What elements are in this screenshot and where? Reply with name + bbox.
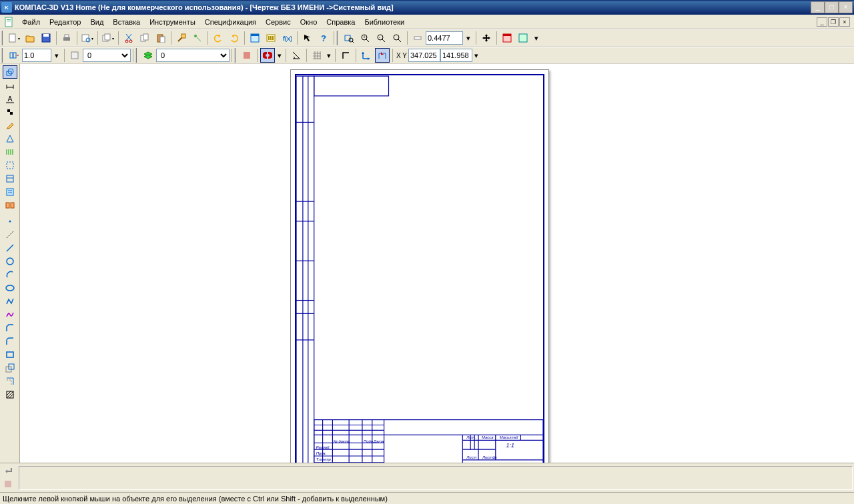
menu-edit[interactable]: Редактор [45,17,85,27]
close-button[interactable]: × [839,1,853,13]
toggle-snap-button[interactable] [260,48,275,63]
aux-line-button[interactable] [3,228,17,241]
print-button[interactable] [59,31,74,45]
copy-button[interactable] [137,31,152,45]
view-dropdown[interactable]: ▾ [532,31,541,45]
menu-view[interactable]: Вид [85,17,108,27]
layer-button[interactable] [141,48,155,63]
zoom-value-input[interactable] [426,31,463,45]
zoom-marker-button[interactable] [410,31,425,45]
views-mode-button[interactable] [3,199,17,212]
dimensions-mode-button[interactable] [3,79,17,92]
angle-button[interactable] [289,48,304,63]
menu-file[interactable]: Файл [17,17,45,27]
prop-stop-button[interactable] [1,478,15,490]
equidist-button[interactable] [3,375,17,388]
ellipse-button[interactable] [3,281,17,295]
lib-button[interactable] [264,31,278,45]
polyline-button[interactable] [3,295,17,308]
mdi-close-button[interactable]: × [839,17,850,27]
zoom-dropdown[interactable]: ▾ [464,31,473,45]
arc-button[interactable] [3,268,17,281]
paste-button[interactable] [153,31,168,45]
mdi-minimize-button[interactable]: _ [817,17,827,27]
menu-libs[interactable]: Библиотеки [360,17,409,27]
vars-button[interactable]: f(x) [280,31,294,45]
open-button[interactable] [23,31,37,45]
params-mode-button[interactable] [3,132,17,145]
coord-x-input[interactable] [408,49,440,62]
menu-service[interactable]: Сервис [261,17,296,27]
gather-button[interactable] [3,361,17,375]
redraw-button[interactable] [500,31,514,45]
select-mode-button[interactable] [3,159,17,172]
drawing-canvas[interactable]: Лит. Масса Масштаб 1:1 Лист Листов 1 Коп… [20,64,854,463]
copy-props-button[interactable] [190,31,205,45]
new-button[interactable] [7,31,21,45]
local-cs-button[interactable] [359,48,374,63]
zoom-prev-button[interactable] [390,31,404,45]
preview-button[interactable] [80,31,95,45]
coord-y-input[interactable] [440,49,472,62]
snap-drop[interactable]: ▾ [276,48,283,63]
state-select[interactable]: 0 [83,49,131,62]
menu-window[interactable]: Окно [296,17,322,27]
docs-button[interactable] [101,31,115,45]
help-arrow-button[interactable] [300,31,315,45]
construction-mode-button[interactable] [3,105,17,119]
ortho-button[interactable] [338,48,353,63]
gripper[interactable] [234,48,238,63]
designations-mode-button[interactable] [3,92,17,105]
zoom-in-button[interactable]: - [374,31,388,45]
circle-button[interactable] [3,255,17,268]
state-button[interactable] [67,48,82,63]
stop-button[interactable] [240,48,254,63]
reports-mode-button[interactable] [3,185,17,199]
step-dropdown[interactable]: ▾ [52,48,61,63]
properties-button[interactable] [174,31,189,45]
line-button[interactable] [3,241,17,255]
hatch-button[interactable] [3,388,17,401]
menu-insert[interactable]: Вставка [108,17,145,27]
mdi-restore-button[interactable]: ❐ [828,17,839,27]
minimize-button[interactable]: _ [811,1,825,13]
point-button[interactable] [3,215,17,228]
chamfer-button[interactable] [3,321,17,335]
gripper[interactable] [1,48,5,63]
step-button[interactable] [7,48,21,63]
menu-tools[interactable]: Инструменты [145,17,200,27]
measure-mode-button[interactable] [3,145,17,159]
layer-select[interactable]: 0 [156,49,230,62]
gripper[interactable] [135,48,139,63]
fillet-button[interactable] [3,335,17,348]
geometry-mode-button[interactable] [3,65,17,79]
round-button[interactable] [375,48,390,63]
separator [244,31,245,45]
menu-help-label: Справка [326,18,355,26]
save-button[interactable] [39,31,53,45]
help-button[interactable]: ? [316,31,331,45]
grid-button[interactable] [310,48,324,63]
undo-button[interactable] [211,31,226,45]
gripper[interactable] [1,31,5,45]
gripper[interactable] [336,31,340,45]
maximize-button[interactable]: □ [825,1,839,13]
zoom-all-button[interactable]: + [358,31,372,45]
manager-button[interactable] [248,31,262,45]
menu-help[interactable]: Справка [322,17,360,27]
spline-button[interactable] [3,308,17,321]
pan-button[interactable] [479,31,494,45]
coord-drop[interactable]: ▾ [473,48,480,63]
step-input[interactable] [22,49,51,62]
prop-enter-button[interactable] [1,465,15,477]
refresh-button[interactable] [516,31,530,45]
grid-drop[interactable]: ▾ [326,48,332,63]
zoom-window-button[interactable] [342,31,356,45]
menu-tools-label: Инструменты [149,18,195,26]
cut-button[interactable] [121,31,136,45]
menu-spec[interactable]: Спецификация [200,17,261,27]
redo-button[interactable] [227,31,242,45]
rect-button[interactable] [3,348,17,361]
edit-mode-button[interactable] [3,119,17,132]
spec-mode-button[interactable] [3,172,17,185]
